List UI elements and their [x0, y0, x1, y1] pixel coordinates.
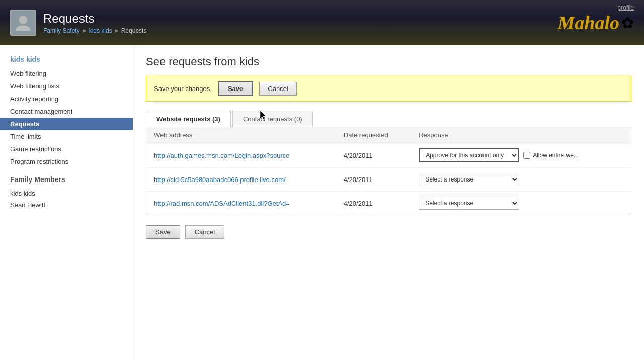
breadcrumb-sep1: ▶ — [83, 28, 87, 33]
tabs: Website requests (3) Contact requests (0… — [146, 111, 631, 127]
page-header-title: Requests — [43, 12, 558, 26]
sidebar-link-activity-reporting[interactable]: Activity reporting — [0, 93, 133, 105]
sidebar-link-web-filtering[interactable]: Web filtering — [0, 67, 133, 80]
breadcrumb-current: Requests — [121, 27, 147, 34]
col-response: Response — [411, 127, 631, 143]
save-bar-text: Save your changes. — [154, 85, 212, 93]
response-select-2[interactable]: Select a response Approve for this accou… — [419, 173, 519, 186]
table-row: http://rad.msn.com/ADSAdClient31.dll?Get… — [146, 192, 631, 215]
requests-table: Web address Date requested Response http… — [146, 127, 631, 215]
sidebar-item-game-restrictions[interactable]: Game restrictions — [0, 143, 133, 155]
date-cell-1: 4/20/2011 — [336, 143, 411, 168]
sidebar: kids kids Web filtering Web filtering li… — [0, 45, 133, 362]
sidebar-item-web-filtering-lists[interactable]: Web filtering lists — [0, 80, 133, 93]
response-cell-3: Select a response Approve for this accou… — [411, 192, 631, 215]
col-date-requested: Date requested — [336, 127, 411, 143]
date-cell-3: 4/20/2011 — [336, 192, 411, 215]
header-text: Requests Family Safety ▶ kids kids ▶ Req… — [43, 12, 558, 34]
header: Requests Family Safety ▶ kids kids ▶ Req… — [0, 0, 644, 45]
page-title: See requests from kids — [146, 55, 631, 68]
svg-point-0 — [19, 16, 27, 24]
url-link-2[interactable]: http://cid-5c5a980aabadc066.profile.live… — [154, 176, 286, 184]
allow-checkbox-label-1: Allow entire we... — [533, 152, 579, 159]
url-cell-1: http://auth.games.msn.com/Login.aspx?sou… — [146, 143, 336, 168]
table-row: http://cid-5c5a980aabadc066.profile.live… — [146, 168, 631, 192]
response-cell-wrapper-1: Approve for this account only Approve fo… — [419, 148, 623, 162]
sidebar-link-game-restrictions[interactable]: Game restrictions — [0, 143, 133, 155]
table-row: http://auth.games.msn.com/Login.aspx?sou… — [146, 143, 631, 168]
profile-link[interactable]: profile — [617, 4, 634, 11]
sidebar-item-web-filtering[interactable]: Web filtering — [0, 67, 133, 80]
tab-website-requests[interactable]: Website requests (3) — [146, 111, 231, 127]
sidebar-section-title: kids kids — [0, 53, 133, 67]
logo: Mahalo ✿ — [558, 12, 634, 34]
sidebar-item-activity-reporting[interactable]: Activity reporting — [0, 93, 133, 105]
requests-table-wrapper: Web address Date requested Response http… — [146, 127, 631, 215]
sidebar-item-contact-management[interactable]: Contact management — [0, 105, 133, 118]
col-web-address: Web address — [146, 127, 336, 143]
sidebar-item-requests[interactable]: Requests — [0, 118, 133, 130]
url-cell-3: http://rad.msn.com/ADSAdClient31.dll?Get… — [146, 192, 336, 215]
sidebar-link-requests[interactable]: Requests — [0, 118, 133, 130]
breadcrumb: Family Safety ▶ kids kids ▶ Requests — [43, 27, 558, 34]
sidebar-members: kids kids Sean Hewitt — [0, 188, 133, 211]
date-cell-2: 4/20/2011 — [336, 168, 411, 192]
response-select-1[interactable]: Approve for this account only Approve fo… — [419, 148, 519, 162]
sidebar-link-contact-management[interactable]: Contact management — [0, 105, 133, 118]
sidebar-member-link-kids-kids[interactable]: kids kids — [0, 188, 133, 199]
url-cell-2: http://cid-5c5a980aabadc066.profile.live… — [146, 168, 336, 192]
url-link-1[interactable]: http://auth.games.msn.com/Login.aspx?sou… — [154, 152, 290, 159]
tab-contact-requests[interactable]: Contact requests (0) — [232, 111, 313, 127]
sidebar-link-web-filtering-lists[interactable]: Web filtering lists — [0, 80, 133, 93]
allow-checkbox-1: Allow entire we... — [523, 152, 579, 159]
avatar — [10, 10, 36, 36]
url-link-3[interactable]: http://rad.msn.com/ADSAdClient31.dll?Get… — [154, 200, 290, 207]
sidebar-link-time-limits[interactable]: Time limits — [0, 130, 133, 143]
response-cell-wrapper-3: Select a response Approve for this accou… — [419, 197, 623, 210]
sidebar-item-time-limits[interactable]: Time limits — [0, 130, 133, 143]
logo-flower: ✿ — [621, 14, 634, 32]
response-cell-1: Approve for this account only Approve fo… — [411, 143, 631, 168]
save-button-top[interactable]: Save — [218, 81, 253, 96]
sidebar-member-link-sean-hewitt[interactable]: Sean Hewitt — [0, 199, 133, 211]
response-select-3[interactable]: Select a response Approve for this accou… — [419, 197, 519, 210]
breadcrumb-kids-kids[interactable]: kids kids — [89, 27, 112, 34]
sidebar-link-program-restrictions[interactable]: Program restrictions — [0, 155, 133, 168]
save-button-bottom[interactable]: Save — [146, 225, 180, 239]
sidebar-member-kids-kids[interactable]: kids kids — [0, 188, 133, 199]
sidebar-nav: Web filtering Web filtering lists Activi… — [0, 67, 133, 168]
allow-checkbox-input-1[interactable] — [523, 152, 530, 159]
cancel-button-top[interactable]: Cancel — [259, 82, 296, 96]
response-cell-wrapper-2: Select a response Approve for this accou… — [419, 173, 623, 186]
cancel-button-bottom[interactable]: Cancel — [185, 225, 224, 239]
response-cell-2: Select a response Approve for this accou… — [411, 168, 631, 192]
breadcrumb-family-safety[interactable]: Family Safety — [43, 27, 80, 34]
logo-text: Mahalo — [558, 12, 619, 34]
breadcrumb-sep2: ▶ — [115, 28, 119, 33]
bottom-actions: Save Cancel — [146, 225, 631, 239]
sidebar-family-title: Family Members — [0, 168, 133, 188]
sidebar-item-program-restrictions[interactable]: Program restrictions — [0, 155, 133, 168]
save-bar: Save your changes. Save Cancel — [146, 76, 631, 102]
main-content: See requests from kids Save your changes… — [133, 45, 644, 362]
sidebar-member-sean-hewitt[interactable]: Sean Hewitt — [0, 199, 133, 211]
